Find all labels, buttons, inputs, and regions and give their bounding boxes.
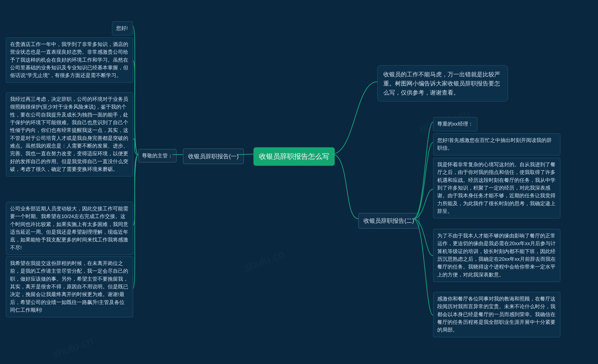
report1-p5: 我希望在我提交这份辞程的时候，在未离开岗位之前，是我的工作请主管尽管分配，我一定… <box>6 256 133 317</box>
report1-p2: 在贵酒店工作一年中，我学到了非常多知识，酒店的营业状态也是一直表现良好态势。非常… <box>6 37 133 83</box>
report2-p5: 感激你和餐厅各位同事对我的教诲和照顾，在餐厅这段阅历对我而言异常的宝贵。未来不论… <box>433 292 560 337</box>
report2-p3: 我是怀着非常复杂的心境写这封的。自从我进到了餐厅之后，由于你对我的指点和信任，使… <box>433 158 560 218</box>
report1-salutation: 尊敬的主管： <box>138 149 177 162</box>
mindmap-root[interactable]: 收银员辞职报告怎么写 <box>253 147 335 166</box>
report1-p1: 您好! <box>112 21 133 35</box>
report2-p2: 您好!首先感激您在百忙之中抽出时刻开阅读我的辞职信。 <box>433 133 560 155</box>
report2-p1: 尊重的xx经理： <box>433 117 477 131</box>
report1-p3: 我经过再三考虑，决定辞职，公司的环境对于业务员很照顾很保护(至少对于业务风险来说… <box>6 92 133 177</box>
intro-text: 收银员的工作不能马虎，万一出错就是比较严重。树图网小编告诉大家收银员辞职报告要怎… <box>377 65 508 102</box>
watermark: shutu.cn <box>242 248 286 274</box>
report2-p4: 为了不由于我本人才能不够的缘由影响了餐厅的正常运作，更迫切的缘由是我必需在20x… <box>433 229 560 282</box>
report1-title[interactable]: 收银员辞职报告(一) <box>183 148 244 164</box>
watermark: shutu.cn <box>50 334 95 361</box>
report1-p4: 公司业务部近期人员变动较大，因此交接工作可能需要一个时期。我希望在10/24左右… <box>6 202 133 255</box>
report2-title[interactable]: 收银员辞职报告(二) <box>358 213 419 229</box>
